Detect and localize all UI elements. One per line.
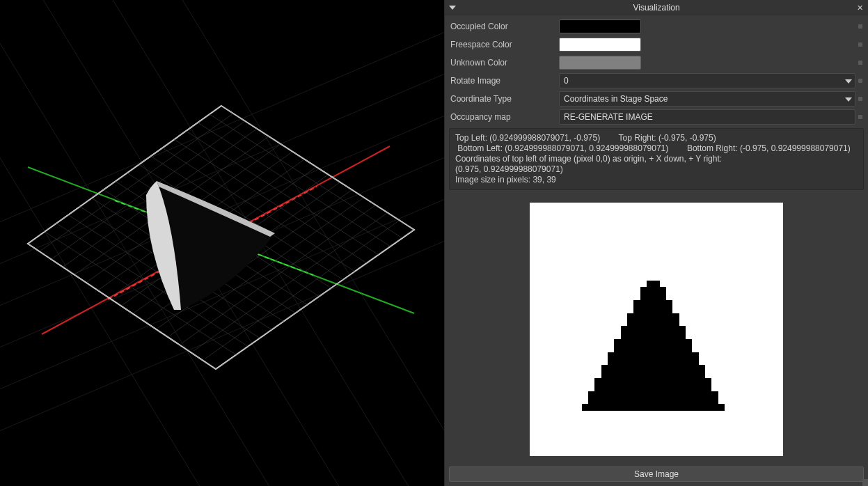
svg-rect-60 (614, 339, 692, 345)
occupancy-map-label: Occupancy map (449, 112, 555, 122)
rotate-image-label: Rotate Image (449, 76, 555, 86)
regenerate-image-button-label: RE-GENERATE IMAGE (564, 112, 653, 122)
panel-close-button[interactable] (854, 2, 865, 13)
row-freespace-color: Freespace Color (449, 36, 864, 53)
scrollbar-stub-bottom[interactable] (862, 479, 868, 486)
svg-rect-61 (614, 345, 692, 352)
svg-rect-62 (608, 352, 699, 358)
svg-rect-64 (601, 365, 705, 371)
regenerate-image-button[interactable]: RE-GENERATE IMAGE (559, 109, 855, 125)
svg-rect-68 (588, 391, 718, 397)
coordinate-type-label: Coordinate Type (449, 94, 555, 104)
occupied-color-label: Occupied Color (449, 22, 555, 31)
reset-icon[interactable] (858, 115, 862, 119)
chevron-down-icon (845, 76, 852, 86)
row-save-image: Save Image (449, 467, 864, 482)
occupancy-preview-wrap (449, 191, 864, 465)
svg-rect-55 (633, 306, 672, 313)
save-image-button[interactable]: Save Image (449, 467, 864, 482)
row-coordinate-type: Coordinate Type Coordinates in Stage Spa… (449, 91, 864, 107)
row-unknown-color: Unknown Color (449, 54, 864, 71)
coordinate-type-value: Coordinates in Stage Space (564, 94, 668, 104)
info-line-1: Top Left: (0.924999988079071, -0.975) To… (455, 133, 858, 143)
info-line-4: (0.975, 0.924999988079071) (455, 164, 858, 175)
visualization-panel: Visualization Occupied Color Freespace C… (444, 0, 868, 486)
svg-rect-52 (640, 287, 666, 293)
svg-rect-53 (640, 293, 666, 299)
rotate-image-value: 0 (564, 76, 569, 86)
reset-icon[interactable] (858, 61, 862, 65)
svg-rect-59 (621, 332, 686, 338)
svg-rect-66 (594, 378, 711, 384)
svg-rect-67 (594, 384, 711, 391)
viewport-3d[interactable] (0, 0, 444, 486)
info-line-5: Image size in pixels: 39, 39 (455, 175, 858, 185)
info-line-3: Coordinates of top left of image (pixel … (455, 154, 858, 164)
reset-icon[interactable] (858, 42, 862, 47)
svg-rect-51 (647, 281, 660, 287)
freespace-color-swatch[interactable] (559, 38, 641, 52)
svg-rect-70 (582, 404, 725, 410)
reset-icon[interactable] (858, 97, 862, 101)
coordinates-info: Top Left: (0.924999988079071, -0.975) To… (449, 128, 864, 190)
coordinate-type-select[interactable]: Coordinates in Stage Space (559, 91, 855, 107)
svg-rect-56 (627, 313, 679, 319)
panel-collapse-toggle[interactable] (448, 3, 457, 13)
row-occupied-color: Occupied Color (449, 18, 864, 35)
row-occupancy-map: Occupancy map RE-GENERATE IMAGE (449, 109, 864, 125)
row-rotate-image: Rotate Image 0 (449, 72, 864, 89)
reset-icon[interactable] (858, 79, 862, 83)
svg-rect-65 (601, 371, 705, 377)
svg-rect-69 (588, 398, 718, 404)
rotate-image-select[interactable]: 0 (559, 73, 855, 88)
unknown-color-label: Unknown Color (449, 58, 555, 68)
save-image-button-label: Save Image (634, 469, 679, 479)
svg-line-33 (221, 106, 414, 230)
panel-body: Occupied Color Freespace Color Unknown C… (445, 15, 868, 486)
svg-line-5 (0, 14, 444, 237)
unknown-color-swatch[interactable] (559, 56, 641, 70)
svg-rect-57 (627, 320, 679, 326)
viewport-canvas (0, 0, 444, 486)
svg-rect-58 (621, 326, 686, 332)
occupied-color-swatch[interactable] (559, 19, 641, 33)
occupancy-preview-image (530, 203, 783, 456)
reset-icon[interactable] (858, 24, 862, 29)
svg-rect-54 (633, 300, 672, 306)
chevron-down-icon (449, 6, 456, 10)
panel-header: Visualization (445, 0, 868, 15)
chevron-down-icon (845, 94, 852, 104)
svg-rect-63 (608, 359, 699, 365)
panel-title: Visualization (445, 3, 868, 13)
info-line-2: Bottom Left: (0.924999988079071, 0.92499… (455, 143, 858, 154)
freespace-color-label: Freespace Color (449, 40, 555, 49)
